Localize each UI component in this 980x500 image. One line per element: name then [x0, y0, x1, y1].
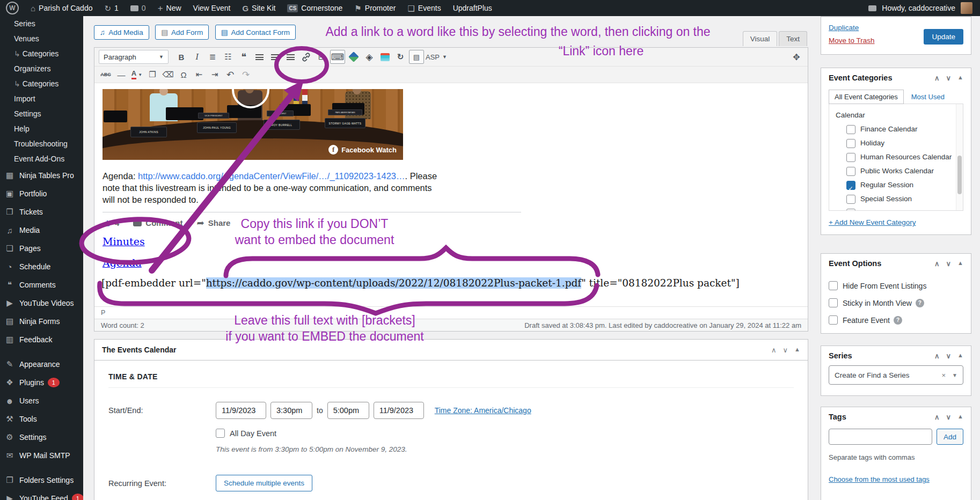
all-day-checkbox[interactable] [216, 429, 225, 438]
sidebar-menu-item[interactable]: ▦ Ninja Tables Pro [0, 166, 83, 185]
toggle-panel-icon[interactable]: ▲ [957, 260, 963, 268]
fullscreen-button[interactable]: ✥ [789, 50, 803, 63]
horizontal-rule-button[interactable]: — [114, 68, 128, 81]
updraftplus-menu[interactable]: UpdraftPlus [447, 0, 498, 16]
sidebar-submenu-item[interactable]: Settings [0, 106, 83, 121]
site-kit-menu[interactable]: GSite Kit [236, 0, 281, 16]
element-path[interactable]: P [101, 309, 105, 317]
site-name-menu[interactable]: ⌂Parish of Caddo [25, 0, 98, 16]
table-button[interactable] [378, 50, 392, 63]
align-left-button[interactable] [252, 50, 266, 63]
move-up-icon[interactable]: ∧ [771, 346, 777, 354]
sidebar-menu-item[interactable]: ◔ Schedule [0, 258, 83, 276]
move-down-icon[interactable]: ∨ [946, 413, 952, 421]
scrollbar-track[interactable] [956, 104, 963, 210]
comments-menu[interactable]: 0 [125, 0, 152, 16]
sidebar-menu-item[interactable]: ♫ Media [0, 221, 83, 239]
read-more-button[interactable]: ⊟ [315, 50, 328, 63]
choose-most-used-tags-link[interactable]: Choose from the most used tags [829, 475, 930, 483]
link-button[interactable] [299, 50, 313, 63]
italic-button[interactable]: I [190, 50, 204, 63]
sidebar-submenu-item[interactable]: Troubleshooting [0, 136, 83, 151]
tab-most-used[interactable]: Most Used [911, 93, 945, 101]
special-character-button[interactable]: Ω [177, 68, 191, 81]
add-tag-button[interactable]: Add [937, 429, 963, 445]
selected-url-text[interactable]: https://caddo.gov/wp-content/uploads/202… [206, 277, 582, 289]
events-menu[interactable]: ❑Events [401, 0, 447, 16]
category-checkbox[interactable] [846, 209, 855, 211]
add-new-event-category-link[interactable]: + Add New Event Category [829, 218, 916, 226]
new-tag-input[interactable] [829, 429, 932, 445]
category-checkbox[interactable] [846, 181, 855, 190]
move-up-icon[interactable]: ∧ [934, 413, 940, 421]
move-down-icon[interactable]: ∨ [946, 352, 952, 360]
sidebar-menu-item[interactable]: ▶ YouTube Videos [0, 294, 83, 312]
howdy-account-menu[interactable]: Howdy, caddocreative [882, 4, 955, 12]
comment-button[interactable]: Comment [133, 218, 182, 227]
shortcode-button[interactable] [347, 50, 361, 63]
category-checkbox[interactable] [846, 153, 855, 162]
move-up-icon[interactable]: ∧ [934, 260, 940, 268]
undo-button[interactable]: ↶ [223, 68, 237, 81]
move-down-icon[interactable]: ∨ [946, 260, 952, 268]
end-time-input[interactable]: 5:00pm [327, 402, 369, 419]
text-color-button[interactable]: A▼ [130, 68, 144, 81]
like-count[interactable]: 4 [103, 218, 119, 227]
share-button[interactable]: ➦Share [197, 217, 231, 229]
form-insert-button[interactable]: ▤ [409, 50, 424, 64]
sidebar-submenu-item[interactable]: Categories [0, 46, 83, 61]
paste-as-text-button[interactable]: ❐ [145, 68, 159, 81]
option-checkbox[interactable] [829, 315, 838, 325]
sidebar-submenu-item[interactable]: Categories [0, 76, 83, 91]
sidebar-menu-item[interactable]: ⚙ Settings [0, 428, 83, 446]
schedule-multiple-events-button[interactable]: Schedule multiple events [216, 475, 312, 491]
sidebar-submenu-item[interactable]: Help [0, 121, 83, 136]
paragraph-format-dropdown[interactable]: Paragraph▼ [99, 50, 169, 64]
tab-all-event-categories[interactable]: All Event Categories [829, 90, 904, 104]
sidebar-submenu-item[interactable]: Venues [0, 31, 83, 46]
tab-text[interactable]: Text [779, 31, 807, 46]
numbered-list-button[interactable]: ☷ [221, 50, 235, 63]
sidebar-menu-item[interactable]: ❝ Comments [0, 276, 83, 294]
update-button[interactable]: Update [924, 29, 963, 45]
layers-button[interactable]: ◈ [362, 50, 376, 63]
blockquote-button[interactable]: ❝ [237, 50, 251, 63]
avatar[interactable] [961, 2, 972, 14]
updates-menu[interactable]: ↻1 [98, 0, 124, 16]
sidebar-menu-item[interactable]: ❖ Plugins 1 [0, 373, 83, 392]
tab-visual[interactable]: Visual [743, 31, 778, 46]
start-time-input[interactable]: 3:30pm [270, 402, 312, 419]
sidebar-menu-item[interactable]: ❒ Tickets [0, 203, 83, 221]
cornerstone-menu[interactable]: CSCornerstone [281, 0, 348, 16]
category-checkbox[interactable] [846, 167, 855, 176]
move-down-icon[interactable]: ∨ [783, 346, 788, 354]
move-down-icon[interactable]: ∨ [946, 74, 952, 82]
help-icon[interactable]: ? [894, 316, 902, 325]
clear-formatting-button[interactable]: ⌫ [161, 68, 175, 81]
align-center-button[interactable] [268, 50, 282, 63]
toggle-panel-icon[interactable]: ▲ [957, 74, 963, 82]
sidebar-submenu-item[interactable]: Import [0, 91, 83, 106]
category-checkbox[interactable] [846, 125, 855, 134]
option-checkbox[interactable] [829, 298, 838, 307]
editor-content[interactable]: VICE PRESIDENT PRESIDENT PARLIAMENTARIAN… [94, 83, 808, 306]
sidebar-menu-item[interactable]: ⚒ Tools [0, 410, 83, 428]
redo-button[interactable]: ↷ [239, 68, 253, 81]
add-form-button[interactable]: ▤Add Form [155, 25, 209, 40]
minutes-link[interactable]: Minutes [103, 236, 145, 247]
toggle-panel-icon[interactable]: ▲ [794, 346, 800, 354]
move-to-trash-link[interactable]: Move to Trash [829, 36, 875, 45]
scrollbar-thumb[interactable] [957, 156, 962, 194]
asp-dropdown[interactable]: ASP▼ [426, 50, 447, 63]
toggle-panel-icon[interactable]: ▲ [957, 352, 963, 360]
bullet-list-button[interactable]: ≣ [206, 50, 220, 63]
sidebar-submenu-item[interactable]: Series [0, 16, 83, 31]
pdf-embedder-shortcode[interactable]: [pdf-embedder url="https://caddo.gov/wp-… [101, 277, 740, 289]
view-event-link[interactable]: View Event [187, 0, 237, 16]
toggle-panel-icon[interactable]: ▲ [957, 413, 963, 421]
clear-icon[interactable]: × [942, 371, 946, 379]
align-right-button[interactable] [283, 50, 297, 63]
add-media-button[interactable]: ♫Add Media [94, 25, 149, 40]
timezone-link[interactable]: Time Zone: America/Chicago [435, 406, 531, 415]
move-up-icon[interactable]: ∧ [934, 352, 940, 360]
